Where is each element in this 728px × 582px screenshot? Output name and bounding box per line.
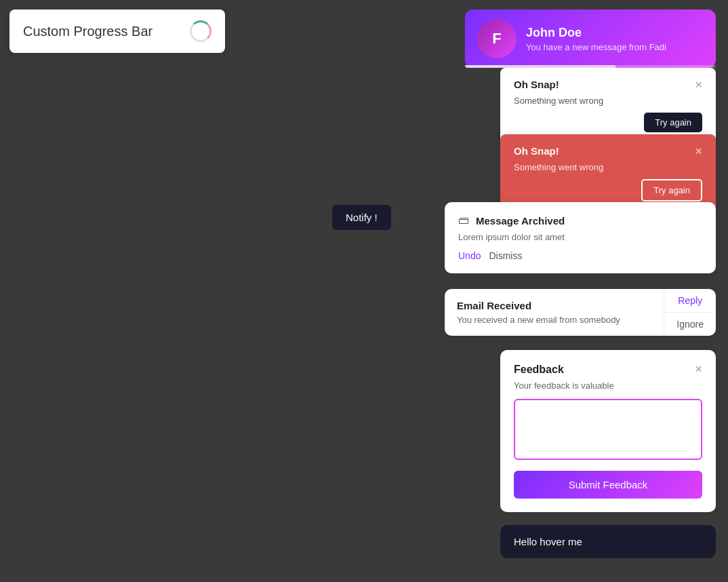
hover-card[interactable]: Hello hover me (500, 525, 716, 558)
snap-white-message: Something went wrong (514, 96, 603, 106)
archive-icon: 🗃 (458, 214, 469, 227)
snap-red-try-again[interactable]: Try again (641, 179, 702, 201)
archived-title: Message Archived (476, 215, 565, 227)
snap-card-red: Oh Snap! Something went wrong × Try agai… (500, 134, 716, 212)
progress-bar-card: Custom Progress Bar (9, 9, 225, 53)
email-message: You received a new email from somebody (457, 315, 651, 325)
notify-button[interactable]: Notify ! (332, 205, 391, 230)
feedback-close-button[interactable]: × (695, 362, 702, 376)
progress-bar-title: Custom Progress Bar (23, 24, 153, 39)
snap-red-close[interactable]: × (695, 145, 702, 157)
email-title: Email Received (457, 300, 651, 311)
undo-button[interactable]: Undo (458, 250, 481, 261)
snap-white-close[interactable]: × (695, 79, 702, 91)
reply-button[interactable]: Reply (664, 289, 716, 313)
email-actions: Reply Ignore (664, 289, 716, 336)
feedback-subtitle: Your feedback is valuable (514, 381, 702, 391)
top-notif-text: John Doe You have a new message from Fad… (526, 26, 666, 52)
top-notification: F John Doe You have a new message from F… (465, 9, 716, 68)
hover-card-label: Hello hover me (514, 536, 582, 547)
feedback-header: Feedback × (514, 362, 702, 376)
snap-red-title: Oh Snap! (514, 145, 603, 157)
avatar: F (477, 19, 517, 58)
spinner-icon (190, 20, 211, 42)
ignore-button[interactable]: Ignore (664, 313, 716, 336)
feedback-textarea[interactable] (514, 399, 702, 460)
email-card: Email Received You received a new email … (445, 289, 716, 336)
notif-name: John Doe (526, 26, 666, 40)
snap-white-try-again[interactable]: Try again (644, 113, 702, 132)
feedback-card: Feedback × Your feedback is valuable Sub… (500, 350, 716, 512)
snap-card-white: Oh Snap! Something went wrong × Try agai… (500, 68, 716, 143)
submit-feedback-button[interactable]: Submit Feedback (514, 471, 702, 499)
notif-message: You have a new message from Fadi (526, 42, 666, 52)
archived-actions: Undo Dismiss (458, 250, 702, 261)
snap-white-title: Oh Snap! (514, 79, 603, 90)
snap-red-message: Something went wrong (514, 162, 603, 172)
dismiss-button[interactable]: Dismiss (489, 250, 522, 261)
archived-message: Lorem ipsum dolor sit amet (458, 232, 702, 242)
email-content: Email Received You received a new email … (445, 289, 664, 336)
feedback-title: Feedback (514, 364, 564, 376)
archived-card: 🗃 Message Archived Lorem ipsum dolor sit… (445, 202, 716, 273)
